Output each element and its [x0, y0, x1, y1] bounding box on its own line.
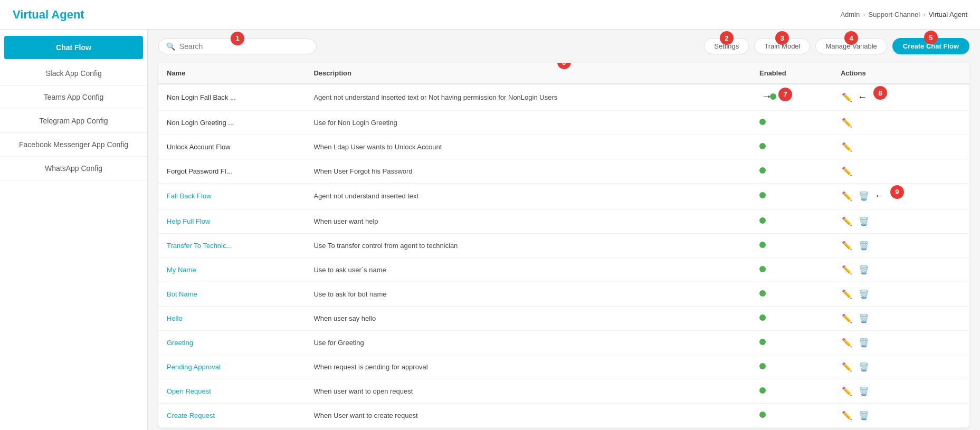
- action-icons-4: ✏️: [841, 165, 961, 177]
- sidebar-item-teams-app-config[interactable]: Teams App Config: [0, 85, 147, 109]
- cell-desc-10: When user say hello: [305, 306, 751, 330]
- delete-button-10[interactable]: 🗑️: [858, 312, 870, 324]
- sidebar-item-chat-flow[interactable]: Chat Flow: [4, 36, 143, 60]
- sidebar-item-facebook-messenger-app-config[interactable]: Facebook Messenger App Config: [0, 133, 147, 157]
- cell-enabled-13: [751, 379, 832, 403]
- cell-name-3: Unlock Account Flow: [158, 135, 305, 159]
- sidebar-item-slack-app-config[interactable]: Slack App Config: [0, 62, 147, 85]
- cell-name-11[interactable]: Greeting: [158, 330, 305, 355]
- flow-name-8: My Name: [167, 266, 196, 274]
- flow-name-13: Open Request: [167, 387, 211, 395]
- cell-actions-4: ✏️: [832, 159, 969, 183]
- edit-button-9[interactable]: ✏️: [841, 288, 853, 300]
- cell-name-2: Non Login Greeting ...: [158, 110, 305, 135]
- edit-button-4[interactable]: ✏️: [841, 165, 853, 177]
- table-row: Bot NameUse to ask for bot name✏️🗑️: [158, 282, 969, 306]
- breadcrumb-support-channel: Support Channel: [869, 11, 920, 18]
- cell-actions-5: ✏️🗑️←9: [832, 183, 969, 209]
- action-icons-7: ✏️🗑️: [841, 240, 961, 252]
- action-icons-14: ✏️🗑️: [841, 409, 961, 422]
- train-model-button[interactable]: 3 Train Model: [754, 38, 810, 54]
- breadcrumb: Admin › Support Channel › Virtual Agent: [840, 11, 967, 18]
- cell-actions-3: ✏️: [832, 135, 969, 159]
- delete-button-13[interactable]: 🗑️: [858, 385, 870, 397]
- edit-button-6[interactable]: ✏️: [841, 215, 853, 227]
- enabled-dot-5: [759, 192, 766, 198]
- breadcrumb-sep-2: ›: [923, 11, 925, 18]
- annotation-7-arrow: →: [762, 90, 772, 102]
- action-icons-2: ✏️: [841, 117, 961, 129]
- cell-name-14[interactable]: Create Request: [158, 403, 305, 427]
- delete-button-6[interactable]: 🗑️: [858, 215, 870, 227]
- settings-button[interactable]: 2 Settings: [704, 38, 749, 54]
- flow-name-11: Greeting: [167, 339, 193, 347]
- col-name: Name: [158, 63, 305, 84]
- cell-enabled-8: [751, 257, 832, 282]
- cell-name-6[interactable]: Help Full Flow: [158, 209, 305, 233]
- cell-desc-3: When Ldap User wants to Unlock Account: [305, 135, 751, 159]
- flow-name-9: Bot Name: [167, 290, 197, 298]
- flow-desc-1: Agent not understand inserted text or No…: [313, 93, 557, 101]
- edit-button-14[interactable]: ✏️: [841, 409, 853, 422]
- manage-variable-button[interactable]: 4 Manage Variable: [815, 38, 887, 54]
- enabled-dot-12: [759, 363, 766, 369]
- enabled-dot-3: [759, 143, 766, 149]
- delete-button-11[interactable]: 🗑️: [858, 337, 870, 349]
- flow-name-6: Help Full Flow: [167, 217, 210, 225]
- delete-button-12[interactable]: 🗑️: [858, 361, 870, 373]
- delete-button-14[interactable]: 🗑️: [858, 409, 870, 422]
- cell-name-8[interactable]: My Name: [158, 257, 305, 282]
- action-icons-5: ✏️🗑️←9: [841, 189, 961, 203]
- app-title: Virtual Agent: [13, 8, 84, 22]
- enabled-dot-13: [759, 387, 766, 394]
- cell-name-5[interactable]: Fall Back Flow: [158, 183, 305, 209]
- cell-desc-7: Use To transfer control from agent to te…: [305, 233, 751, 257]
- enabled-dot-8: [759, 266, 766, 272]
- sidebar-item-telegram-app-config[interactable]: Telegram App Config: [0, 109, 147, 133]
- breadcrumb-admin: Admin: [840, 11, 860, 18]
- flow-name-4: Forgot Password Fl...: [167, 167, 232, 175]
- cell-name-12[interactable]: Pending Approval: [158, 355, 305, 379]
- cell-actions-7: ✏️🗑️: [832, 233, 969, 257]
- edit-button-2[interactable]: ✏️: [841, 117, 853, 129]
- layout: Chat Flow Slack App Config Teams App Con…: [0, 30, 980, 430]
- create-chat-flow-button[interactable]: 5 Create Chat Flow: [892, 38, 969, 54]
- cell-name-13[interactable]: Open Request: [158, 379, 305, 403]
- cell-enabled-4: [751, 159, 832, 183]
- flow-desc-3: When Ldap User wants to Unlock Account: [313, 143, 442, 151]
- table-row: Transfer To Technic...Use To transfer co…: [158, 233, 969, 257]
- main-content: 1 🔍 2 Settings 3 Train Model 4 Manage Va…: [148, 30, 980, 430]
- cell-name-9[interactable]: Bot Name: [158, 282, 305, 306]
- edit-button-3[interactable]: ✏️: [841, 141, 853, 153]
- edit-button-7[interactable]: ✏️: [841, 240, 853, 252]
- cell-name-7[interactable]: Transfer To Technic...: [158, 233, 305, 257]
- cell-desc-8: Use to ask user`s name: [305, 257, 751, 282]
- breadcrumb-sep-1: ›: [863, 11, 865, 18]
- delete-button-8[interactable]: 🗑️: [858, 264, 870, 276]
- cell-name-10[interactable]: Hello: [158, 306, 305, 330]
- table-row: Non Login Fall Back ...Agent not underst…: [158, 84, 969, 110]
- delete-button-5[interactable]: 🗑️: [858, 190, 870, 202]
- toolbar-left: 1 🔍: [158, 39, 317, 54]
- edit-button-8[interactable]: ✏️: [841, 264, 853, 276]
- table-row: Help Full FlowWhen user want help✏️🗑️: [158, 209, 969, 233]
- flow-desc-12: When request is pending for approval: [313, 363, 427, 371]
- chat-flow-table: 6 Name Description Enabled Actions Non L…: [158, 63, 969, 428]
- delete-button-7[interactable]: 🗑️: [858, 240, 870, 252]
- action-icons-12: ✏️🗑️: [841, 361, 961, 373]
- enabled-dot-10: [759, 314, 766, 321]
- search-input[interactable]: [179, 42, 309, 51]
- edit-button-1[interactable]: ✏️: [841, 91, 853, 103]
- sidebar-item-whatsapp-config[interactable]: WhatsApp Config: [0, 157, 147, 180]
- annotation-8-badge: 8: [873, 86, 887, 100]
- flow-name-12: Pending Approval: [167, 363, 221, 371]
- edit-button-13[interactable]: ✏️: [841, 385, 853, 397]
- cell-enabled-1: →7: [751, 84, 832, 110]
- edit-button-5[interactable]: ✏️: [841, 190, 853, 202]
- cell-desc-2: Use for Non Login Greeting: [305, 110, 751, 135]
- delete-button-9[interactable]: 🗑️: [858, 288, 870, 300]
- edit-button-10[interactable]: ✏️: [841, 312, 853, 324]
- action-icons-3: ✏️: [841, 141, 961, 153]
- edit-button-12[interactable]: ✏️: [841, 361, 853, 373]
- edit-button-11[interactable]: ✏️: [841, 337, 853, 349]
